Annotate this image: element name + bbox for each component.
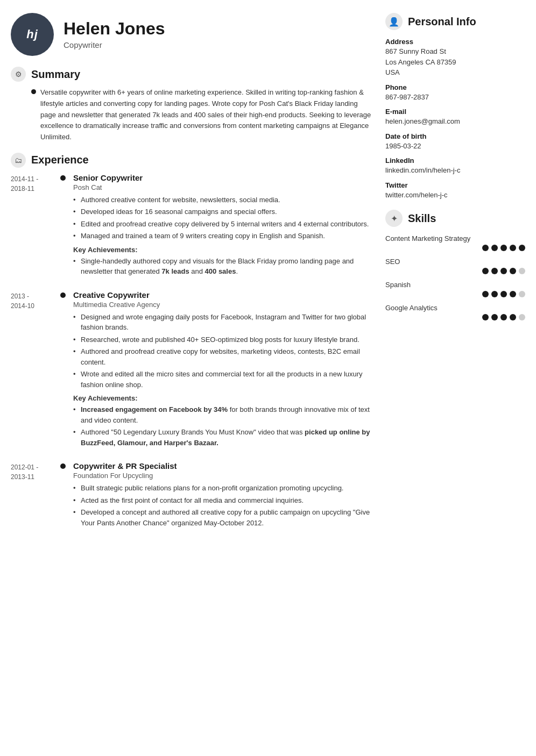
skill-item-0: Content Marketing Strategy bbox=[385, 234, 525, 251]
exp-company-2: Foundation For Upcycling bbox=[73, 472, 372, 480]
achievements-list-0: Single-handedly authored copy and visual… bbox=[73, 256, 372, 277]
exp-bullet-item: Edited and proofread creative copy deliv… bbox=[73, 219, 372, 230]
exp-bullets-0: Authored creative content for website, n… bbox=[73, 195, 372, 241]
exp-content-2: Copywriter & PR Specialist Foundation Fo… bbox=[73, 461, 372, 532]
skill-dot bbox=[500, 245, 507, 251]
skill-dot bbox=[519, 291, 525, 297]
skill-dot bbox=[491, 291, 498, 297]
exp-company-1: Multimedia Creative Agency bbox=[73, 301, 372, 309]
experience-item: 2013 -2014-10 Creative Copywriter Multim… bbox=[11, 290, 372, 450]
skill-dot bbox=[482, 291, 489, 297]
skill-name-3: Google Analytics bbox=[385, 304, 525, 312]
skills-icon: ✦ bbox=[385, 210, 403, 227]
summary-icon: ⚙ bbox=[11, 67, 26, 82]
phone-block: Phone 867-987-2837 bbox=[385, 83, 525, 103]
skill-dot bbox=[491, 268, 498, 274]
skill-dot bbox=[482, 314, 489, 320]
linkedin-value: linkedin.com/in/helen-j-c bbox=[385, 165, 525, 176]
skill-dot bbox=[491, 245, 498, 251]
achievements-label-1: Key Achievements: bbox=[73, 394, 372, 402]
skill-dot bbox=[482, 245, 489, 251]
personal-info-icon: 👤 bbox=[385, 13, 403, 30]
exp-bullet-item: Researched, wrote and published 40+ SEO-… bbox=[73, 334, 372, 345]
skill-dot bbox=[510, 268, 516, 274]
skill-dot bbox=[519, 245, 525, 251]
phone-label: Phone bbox=[385, 83, 525, 91]
skill-item-1: SEO bbox=[385, 258, 525, 274]
exp-bullet-item: Developed ideas for 16 seasonal campaign… bbox=[73, 206, 372, 217]
exp-bullet-item: Authored and proofread creative copy for… bbox=[73, 346, 372, 367]
skill-item-2: Spanish bbox=[385, 281, 525, 297]
twitter-value: twitter.com/helen-j-c bbox=[385, 190, 525, 201]
achievement-item: Authored "50 Legendary Luxury Brands You… bbox=[73, 427, 372, 448]
achievement-item: Increased engagement on Facebook by 34% … bbox=[73, 404, 372, 425]
email-label: E-mail bbox=[385, 108, 525, 116]
skill-name-0: Content Marketing Strategy bbox=[385, 234, 525, 243]
skill-dot bbox=[519, 268, 525, 274]
skill-dot bbox=[500, 314, 507, 320]
experience-title: Experience bbox=[31, 154, 89, 166]
exp-title-2: Copywriter & PR Specialist bbox=[73, 461, 372, 470]
skill-dots-2 bbox=[385, 291, 525, 297]
left-column: hj Helen Jones Copywriter ⚙ Summary Vers… bbox=[11, 13, 372, 743]
experience-item: 2012-01 -2013-11 Copywriter & PR Special… bbox=[11, 461, 372, 532]
exp-company-0: Posh Cat bbox=[73, 183, 372, 191]
skills-title: Skills bbox=[408, 212, 436, 225]
linkedin-label: LinkedIn bbox=[385, 156, 525, 165]
summary-text: Versatile copywriter with 6+ years of on… bbox=[40, 87, 372, 143]
skills-header: ✦ Skills bbox=[385, 210, 525, 227]
summary-title: Summary bbox=[31, 68, 80, 81]
email-block: E-mail helen.jones@gmail.com bbox=[385, 108, 525, 127]
exp-dot-line-1 bbox=[60, 290, 66, 450]
skill-dot bbox=[510, 291, 516, 297]
exp-date-2: 2012-01 -2013-11 bbox=[11, 461, 53, 532]
exp-dot-2 bbox=[60, 463, 66, 469]
achievement-item: Single-handedly authored copy and visual… bbox=[73, 256, 372, 277]
address-value: 867 Sunny Road StLos Angeles CA 87359USA bbox=[385, 46, 525, 78]
candidate-name: Helen Jones bbox=[64, 19, 165, 38]
skill-dot bbox=[510, 314, 516, 320]
exp-date-1: 2013 -2014-10 bbox=[11, 290, 53, 450]
phone-value: 867-987-2837 bbox=[385, 92, 525, 103]
exp-bullet-item: Developed a concept and authored all cre… bbox=[73, 507, 372, 528]
skill-name-2: Spanish bbox=[385, 281, 525, 289]
skill-dot bbox=[491, 314, 498, 320]
summary-bullet bbox=[31, 89, 36, 94]
exp-dot-line-2 bbox=[60, 461, 66, 532]
exp-date-0: 2014-11 -2018-11 bbox=[11, 173, 53, 279]
header-text: Helen Jones Copywriter bbox=[64, 19, 165, 49]
dob-value: 1985-03-22 bbox=[385, 141, 525, 152]
personal-info-header: 👤 Personal Info bbox=[385, 13, 525, 30]
exp-dot-line-0 bbox=[60, 173, 66, 279]
right-column: 👤 Personal Info Address 867 Sunny Road S… bbox=[385, 13, 525, 743]
skill-dot bbox=[519, 314, 525, 320]
dob-block: Date of birth 1985-03-22 bbox=[385, 132, 525, 152]
exp-dot-0 bbox=[60, 175, 66, 181]
achievements-label-0: Key Achievements: bbox=[73, 246, 372, 254]
exp-bullet-item: Built strategic public relations plans f… bbox=[73, 483, 372, 494]
exp-title-0: Senior Copywriter bbox=[73, 173, 372, 182]
exp-bullet-item: Authored creative content for website, n… bbox=[73, 195, 372, 205]
summary-body: Versatile copywriter with 6+ years of on… bbox=[31, 87, 372, 143]
dob-label: Date of birth bbox=[385, 132, 525, 140]
exp-bullets-2: Built strategic public relations plans f… bbox=[73, 483, 372, 528]
exp-bullet-item: Managed and trained a team of 9 writers … bbox=[73, 231, 372, 241]
skill-name-1: SEO bbox=[385, 258, 525, 266]
skill-dot bbox=[482, 268, 489, 274]
skill-dots-1 bbox=[385, 268, 525, 274]
resume-header: hj Helen Jones Copywriter bbox=[11, 13, 372, 56]
summary-header: ⚙ Summary bbox=[11, 67, 372, 82]
summary-section: ⚙ Summary Versatile copywriter with 6+ y… bbox=[11, 67, 372, 143]
avatar: hj bbox=[11, 13, 54, 56]
address-label: Address bbox=[385, 38, 525, 46]
exp-bullet-item: Acted as the first point of contact for … bbox=[73, 495, 372, 506]
twitter-label: Twitter bbox=[385, 181, 525, 189]
experience-header: 🗂 Experience bbox=[11, 153, 372, 168]
experience-section: 🗂 Experience 2014-11 -2018-11 Senior Cop… bbox=[11, 153, 372, 533]
resume-container: hj Helen Jones Copywriter ⚙ Summary Vers… bbox=[0, 0, 536, 756]
experience-item: 2014-11 -2018-11 Senior Copywriter Posh … bbox=[11, 173, 372, 279]
skill-item-3: Google Analytics bbox=[385, 304, 525, 320]
personal-info-title: Personal Info bbox=[408, 16, 476, 28]
achievements-list-1: Increased engagement on Facebook by 34% … bbox=[73, 404, 372, 448]
exp-bullet-item: Wrote and edited all the micro sites and… bbox=[73, 369, 372, 390]
